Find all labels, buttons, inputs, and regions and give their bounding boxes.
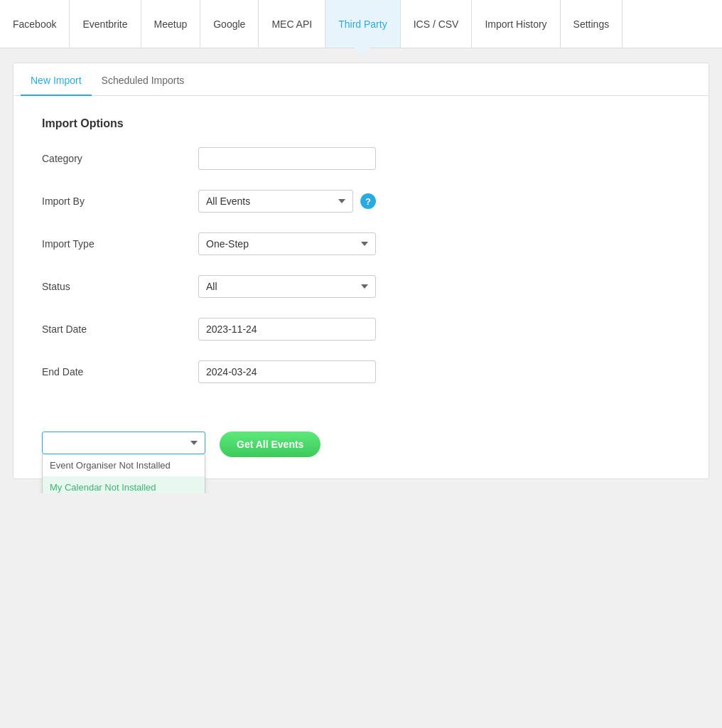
start-date-label: Start Date [42, 318, 198, 335]
plugin-dropdown-list: Event Organiser Not Installed My Calenda… [42, 454, 205, 493]
end-date-row: End Date [42, 360, 680, 383]
nav-item-eventbrite[interactable]: Eventbrite [70, 0, 141, 48]
import-by-control: All Events By Category By Tag ? [198, 190, 376, 213]
start-date-input[interactable] [198, 318, 376, 341]
get-all-events-button[interactable]: Get All Events [220, 432, 320, 457]
bottom-action-bar: Event Organiser Not Installed My Calenda… [14, 424, 708, 478]
import-type-row: Import Type One-Step Two-Step [42, 232, 680, 255]
top-navigation: Facebook Eventbrite Meetup Google MEC AP… [0, 0, 722, 48]
status-select[interactable]: All Published Draft [198, 275, 376, 298]
import-type-control: One-Step Two-Step [198, 232, 376, 255]
tab-new-import[interactable]: New Import [21, 63, 92, 96]
import-by-help-icon[interactable]: ? [360, 193, 376, 209]
nav-item-google[interactable]: Google [200, 0, 259, 48]
section-title: Import Options [42, 117, 680, 130]
nav-item-ics-csv[interactable]: ICS / CSV [401, 0, 473, 48]
import-type-select[interactable]: One-Step Two-Step [198, 232, 376, 255]
sub-tab-bar: New Import Scheduled Imports [14, 63, 708, 96]
start-date-control [198, 318, 376, 341]
end-date-input[interactable] [198, 360, 376, 383]
import-by-row: Import By All Events By Category By Tag … [42, 190, 680, 213]
plugin-dropdown-wrapper: Event Organiser Not Installed My Calenda… [42, 432, 205, 454]
nav-item-meetup[interactable]: Meetup [141, 0, 201, 48]
plugin-option-event-organiser[interactable]: Event Organiser Not Installed [43, 454, 205, 476]
nav-item-facebook[interactable]: Facebook [0, 0, 70, 48]
plugin-option-my-calendar[interactable]: My Calendar Not Installed [43, 476, 205, 493]
import-type-label: Import Type [42, 232, 198, 250]
form-area: Import Options Category Import By All Ev… [14, 96, 708, 424]
category-input[interactable] [198, 147, 376, 170]
category-control [198, 147, 376, 170]
main-panel: New Import Scheduled Imports Import Opti… [13, 63, 709, 479]
nav-item-settings[interactable]: Settings [561, 0, 623, 48]
import-by-select[interactable]: All Events By Category By Tag [198, 190, 353, 213]
status-label: Status [42, 275, 198, 292]
tab-scheduled-imports[interactable]: Scheduled Imports [92, 63, 195, 96]
category-label: Category [42, 147, 198, 164]
plugin-select[interactable]: Event Organiser Not Installed My Calenda… [42, 432, 205, 454]
end-date-control [198, 360, 376, 383]
status-row: Status All Published Draft [42, 275, 680, 298]
category-row: Category [42, 147, 680, 170]
status-control: All Published Draft [198, 275, 376, 298]
nav-item-mec-api[interactable]: MEC API [259, 0, 325, 48]
import-by-label: Import By [42, 190, 198, 207]
nav-item-import-history[interactable]: Import History [472, 0, 560, 48]
start-date-row: Start Date [42, 318, 680, 341]
nav-item-third-party[interactable]: Third Party [325, 0, 400, 48]
end-date-label: End Date [42, 360, 198, 378]
